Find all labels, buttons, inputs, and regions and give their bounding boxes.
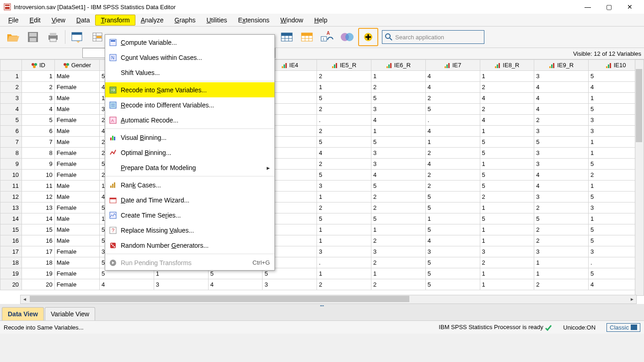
cell[interactable]: 1 — [22, 71, 55, 82]
cell[interactable]: 1 — [425, 137, 480, 148]
cell[interactable]: 3 — [371, 159, 425, 170]
cell[interactable]: 14 — [22, 213, 55, 224]
cell[interactable]: 5 — [317, 93, 371, 104]
menu-file[interactable]: File — [3, 15, 24, 26]
cell[interactable]: 2 — [534, 202, 589, 213]
show-labels-icon[interactable] — [298, 29, 316, 45]
weight-cases-icon[interactable] — [358, 28, 378, 46]
cell[interactable]: 3 — [371, 246, 425, 257]
cell[interactable]: 5 — [480, 181, 534, 192]
cell[interactable]: 5 — [480, 137, 534, 148]
cell[interactable]: 6 — [22, 126, 55, 137]
cell[interactable]: Male — [54, 104, 99, 115]
cell[interactable]: 2 — [371, 192, 425, 202]
row-header[interactable]: 3 — [0, 93, 22, 104]
cell[interactable]: 2 — [317, 71, 371, 82]
menu-data[interactable]: Data — [71, 15, 96, 26]
cell[interactable]: 3 — [480, 246, 534, 257]
menu-item-compute-variable[interactable]: Compute Variable... — [105, 35, 274, 50]
cell[interactable]: 2 — [534, 235, 589, 246]
cell[interactable]: 17 — [22, 246, 55, 257]
cell[interactable]: 5 — [317, 213, 371, 224]
cell[interactable]: 4 — [534, 170, 589, 181]
row-header[interactable]: 9 — [0, 159, 22, 170]
cell[interactable]: 4 — [425, 235, 480, 246]
cell[interactable]: 2 — [371, 82, 425, 93]
cell[interactable]: 2 — [317, 159, 371, 170]
cell[interactable]: 1 — [480, 268, 534, 279]
cell[interactable]: 3 — [534, 148, 589, 159]
cell[interactable]: . — [317, 115, 371, 126]
row-header[interactable]: 14 — [0, 213, 22, 224]
print-icon[interactable] — [44, 29, 62, 45]
cell[interactable]: 3 — [22, 93, 55, 104]
cell[interactable]: 2 — [317, 104, 371, 115]
cell[interactable]: 2 — [425, 93, 480, 104]
cell[interactable]: 1 — [371, 224, 425, 235]
value-labels-icon[interactable]: A1 — [318, 29, 336, 45]
column-header-ie7[interactable]: IE7 — [425, 60, 480, 71]
column-header-ie9_r[interactable]: IE9_R — [534, 60, 589, 71]
cell[interactable]: Female — [54, 268, 99, 279]
menu-item-create-time-series[interactable]: Create Time Series... — [105, 208, 274, 223]
horizontal-scrollbar[interactable]: ◄ ► — [20, 295, 637, 304]
cell[interactable]: Male — [54, 181, 99, 192]
cell[interactable]: 2 — [425, 181, 480, 192]
cell[interactable]: 1 — [371, 71, 425, 82]
row-header[interactable]: 8 — [0, 148, 22, 159]
open-icon[interactable] — [4, 29, 22, 45]
cell[interactable]: 4 — [480, 115, 534, 126]
cell[interactable]: Male — [54, 137, 99, 148]
cell[interactable]: 4 — [371, 170, 425, 181]
cell[interactable]: 2 — [480, 82, 534, 93]
cell[interactable]: 5 — [425, 279, 480, 290]
row-header[interactable]: 10 — [0, 170, 22, 181]
cell[interactable]: 4 — [534, 104, 589, 115]
cell[interactable]: Male — [54, 71, 99, 82]
row-header[interactable]: 16 — [0, 235, 22, 246]
cell[interactable]: 1 — [534, 268, 589, 279]
maximize-button[interactable]: ▢ — [598, 0, 619, 14]
cell[interactable]: 2 — [480, 104, 534, 115]
cell[interactable]: 5 — [371, 181, 425, 192]
menu-item-date-and-time-wizard[interactable]: Date and Time Wizard... — [105, 192, 274, 208]
cell[interactable]: 2 — [317, 126, 371, 137]
cell[interactable]: Female — [54, 115, 99, 126]
row-header[interactable]: 20 — [0, 279, 22, 290]
cell[interactable]: 3 — [317, 246, 371, 257]
cell[interactable]: 5 — [425, 202, 480, 213]
cell[interactable]: 5 — [425, 224, 480, 235]
cell[interactable]: 4 — [534, 82, 589, 93]
cell[interactable]: 3 — [534, 246, 589, 257]
row-header[interactable]: 15 — [0, 224, 22, 235]
menu-item-visual-binning[interactable]: Visual Binning... — [105, 130, 274, 145]
cell[interactable]: Male — [54, 93, 99, 104]
cell[interactable]: 1 — [317, 235, 371, 246]
cell[interactable]: 11 — [22, 181, 55, 192]
row-header[interactable]: 18 — [0, 257, 22, 268]
cell[interactable]: 19 — [22, 268, 55, 279]
cell[interactable]: 2 — [534, 224, 589, 235]
row-header[interactable]: 13 — [0, 202, 22, 213]
cell[interactable]: Female — [54, 279, 99, 290]
menu-utilities[interactable]: Utilities — [201, 15, 232, 26]
row-header[interactable]: 6 — [0, 126, 22, 137]
cell[interactable]: Female — [54, 82, 99, 93]
tab-variable-view[interactable]: Variable View — [45, 307, 95, 320]
cell[interactable]: Male — [54, 192, 99, 202]
menu-window[interactable]: Window — [275, 15, 309, 26]
cell[interactable]: 13 — [22, 202, 55, 213]
menu-item-count-values-within-cases[interactable]: NCount Values within Cases... — [105, 50, 274, 65]
menu-item-replace-missing-values[interactable]: ?Replace Missing Values... — [105, 223, 274, 238]
row-header[interactable]: 12 — [0, 192, 22, 202]
cell[interactable]: 5 — [425, 257, 480, 268]
cell[interactable]: 5 — [425, 104, 480, 115]
cell[interactable]: 5 — [317, 137, 371, 148]
row-header[interactable]: 5 — [0, 115, 22, 126]
cell[interactable]: 9 — [22, 159, 55, 170]
column-header-ie6_r[interactable]: IE6_R — [371, 60, 425, 71]
cell[interactable]: 2 — [371, 279, 425, 290]
cell[interactable]: 1 — [480, 235, 534, 246]
column-header-gender[interactable]: Gender — [54, 60, 99, 71]
cell[interactable]: Female — [54, 170, 99, 181]
